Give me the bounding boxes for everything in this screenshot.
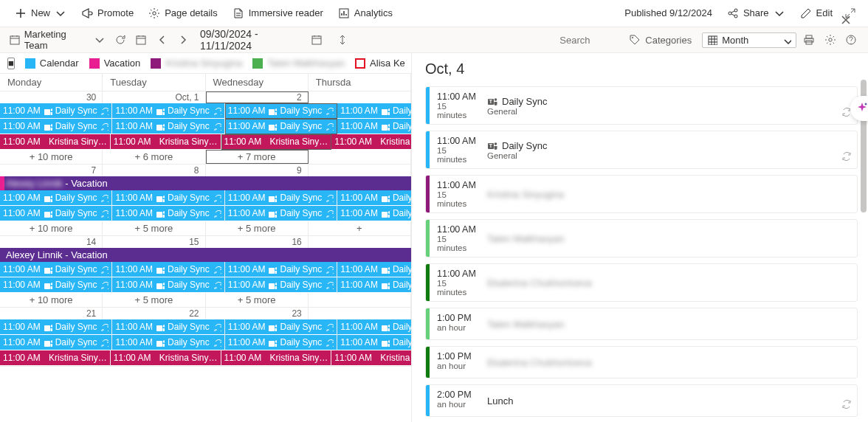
date-cell[interactable] [309, 91, 411, 103]
more-cell[interactable]: + 10 more [0, 293, 103, 307]
team-picker[interactable]: Marketing Team [9, 29, 87, 51]
select-all-checkbox[interactable]: ■ [7, 58, 15, 69]
legend-vacation[interactable]: Vacation [89, 58, 141, 69]
more-cell[interactable] [309, 293, 411, 307]
calendar-event[interactable]: 11:00 AMDaily Sync [0, 277, 111, 292]
calendar-event[interactable]: 11:00 AMDaily Sync [112, 277, 224, 292]
date-cell[interactable]: 8 [103, 165, 205, 176]
more-cell[interactable]: + 5 more [103, 221, 205, 235]
more-cell[interactable]: + 10 more [0, 221, 103, 235]
date-cell[interactable]: 9 [206, 165, 309, 176]
event-card[interactable]: 2:00 PMan hour Lunch [425, 384, 858, 417]
legend-alisa[interactable]: Alisa Ke [355, 58, 405, 69]
date-cell[interactable]: 14 [0, 236, 103, 248]
allday-banner[interactable]: Alexey Linnik - Vacation [0, 248, 411, 262]
calendar-event[interactable]: 11:00 AMDaily Sync [225, 262, 337, 277]
new-button[interactable]: New [9, 4, 72, 22]
calendar-event[interactable]: 11:00 AMDaily Sync [225, 103, 337, 118]
calendar-event[interactable]: 11:00 AM Kristina Siny… [111, 134, 221, 149]
more-cell[interactable]: + [309, 221, 411, 235]
date-cell[interactable]: 15 [103, 236, 205, 248]
calendar-event[interactable]: 11:00 AMDaily Sync [0, 206, 111, 221]
calendar-event[interactable]: 11:00 AMDaily Sync [112, 319, 224, 334]
edit-button[interactable]: Edit [794, 4, 838, 22]
immersive-reader-button[interactable]: Immersive reader [227, 4, 329, 22]
legend-calendar[interactable]: Calendar [25, 58, 79, 69]
calendar-event[interactable]: 11:00 AMDaily Sync [225, 277, 337, 292]
calendar-event[interactable]: 11:00 AMDaily Sync [112, 103, 224, 118]
allday-banner[interactable]: Alexey Linnik - Vacation [0, 176, 411, 190]
more-cell[interactable]: + 7 more [206, 150, 309, 164]
calendar-event[interactable]: 11:00 AMDaily Sync [337, 190, 411, 205]
event-card[interactable]: 1:00 PMan hour Taten Malkhasyan [425, 308, 858, 340]
date-cell[interactable]: 16 [206, 236, 309, 248]
calendar-event[interactable]: 11:00 AM Kristina Siny… [0, 350, 110, 365]
print-button[interactable] [801, 31, 817, 49]
calendar-event[interactable]: 11:00 AMDaily Sync [112, 119, 224, 134]
event-card[interactable]: 11:00 AM15 minutes Daily SyncGeneral [425, 131, 858, 169]
calendar-event[interactable]: 11:00 AMDaily Sync [0, 319, 111, 334]
calendar-event[interactable]: 11:00 AMDaily Sync [112, 262, 224, 277]
calendar-event[interactable]: 11:00 AMDaily Sync [112, 190, 224, 205]
event-card[interactable]: 11:00 AM15 minutes Kristina Sinyugina [425, 175, 858, 213]
page-details-button[interactable]: Page details [142, 4, 224, 22]
date-cell[interactable]: 23 [206, 308, 309, 319]
date-cell[interactable]: 30 [0, 91, 103, 103]
today-button[interactable] [133, 31, 149, 49]
more-cell[interactable]: + 5 more [206, 293, 309, 307]
categories-button[interactable]: Categories [623, 31, 698, 49]
calendar-event[interactable]: 11:00 AM Kristina Siny… [221, 134, 331, 149]
view-picker[interactable]: Month [702, 32, 796, 48]
calendar-event[interactable]: 11:00 AMDaily Sync [225, 206, 337, 221]
calendar-event[interactable]: 11:00 AMDaily Sync [225, 335, 337, 350]
event-card[interactable]: 11:00 AM15 minutes Daily SyncGeneral [425, 86, 858, 125]
next-button[interactable] [175, 31, 191, 49]
date-cell[interactable] [309, 308, 411, 319]
calendar-event[interactable]: 11:00 AMDaily Sync [225, 119, 337, 134]
calendar-event[interactable]: 11:00 AMDaily Sync [337, 262, 411, 277]
date-cell[interactable]: 7 [0, 165, 103, 176]
calendar-event[interactable]: 11:00 AMDaily Sync [337, 103, 411, 118]
date-cell[interactable]: 2 [206, 91, 309, 103]
calendar-event[interactable]: 11:00 AMDaily Sync [225, 319, 337, 334]
calendar-event[interactable]: 11:00 AMDaily Sync [0, 119, 111, 134]
calendar-event[interactable]: 11:00 AM Kristina Siny… [221, 350, 331, 365]
calendar-event[interactable]: 11:00 AM Kristina Siny… [331, 350, 411, 365]
date-cell[interactable] [309, 165, 411, 176]
calendar-event[interactable]: 11:00 AMDaily Sync [0, 103, 111, 118]
refresh-button[interactable] [112, 31, 128, 49]
calendar-event[interactable]: 11:00 AMDaily Sync [0, 262, 111, 277]
search-input[interactable] [559, 35, 619, 46]
calendar-event[interactable]: 11:00 AMDaily Sync [337, 335, 411, 350]
settings-button[interactable] [822, 31, 838, 49]
more-cell[interactable]: + 5 more [103, 293, 205, 307]
calendar-event[interactable]: 11:00 AM Kristina Siny… [111, 350, 221, 365]
date-cell[interactable]: Oct, 1 [103, 91, 205, 103]
legend-hidden1[interactable]: Kristina Sinyugina [151, 58, 242, 69]
calendar-event[interactable]: 11:00 AMDaily Sync [337, 206, 411, 221]
calendar-event[interactable]: 11:00 AMDaily Sync [0, 190, 111, 205]
date-cell[interactable]: 22 [103, 308, 205, 319]
more-cell[interactable] [309, 150, 411, 164]
team-chevron[interactable] [92, 31, 108, 49]
calendar-event[interactable]: 11:00 AM Kristina Siny… [331, 134, 411, 149]
date-cell[interactable]: 21 [0, 308, 103, 319]
share-button[interactable]: Share [721, 4, 791, 22]
close-panel-button[interactable] [840, 62, 855, 77]
legend-hidden2[interactable]: Taten Malkhasyan [252, 58, 345, 69]
prev-button[interactable] [154, 31, 170, 49]
event-card[interactable]: 11:00 AM15 minutes Ekaterina Chukhontsev… [425, 263, 858, 302]
promote-button[interactable]: Promote [75, 4, 140, 22]
calendar-event[interactable]: 11:00 AMDaily Sync [112, 335, 224, 350]
event-card[interactable]: 11:00 AM15 minutes Taten Malkhasyan [425, 219, 858, 257]
more-cell[interactable]: + 10 more [0, 150, 103, 164]
calendar-event[interactable]: 11:00 AMDaily Sync [225, 190, 337, 205]
date-cell[interactable] [309, 236, 411, 248]
more-cell[interactable]: + 5 more [206, 221, 309, 235]
calendar-event[interactable]: 11:00 AM Kristina Siny… [0, 134, 110, 149]
calendar-event[interactable]: 11:00 AMDaily Sync [337, 119, 411, 134]
calendar-event[interactable]: 11:00 AMDaily Sync [112, 206, 224, 221]
calendar-event[interactable]: 11:00 AMDaily Sync [337, 319, 411, 334]
event-card[interactable]: 1:00 PMan hour Ekaterina Chukhontseva [425, 346, 858, 378]
calendar-event[interactable]: 11:00 AMDaily Sync [337, 277, 411, 292]
